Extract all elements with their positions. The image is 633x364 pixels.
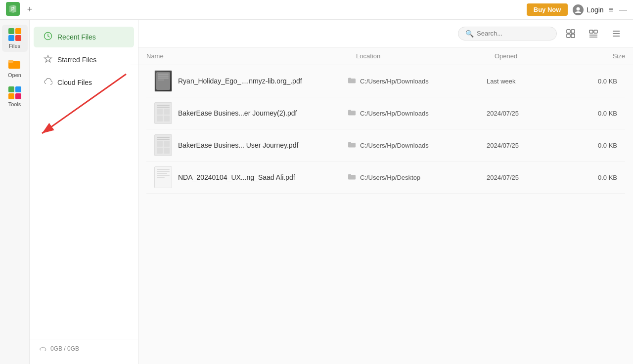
buy-now-button[interactable]: Buy Now — [527, 3, 568, 16]
table-row[interactable]: NDA_20240104_UX...ng_Saad Ali.pdf C:/Use… — [146, 162, 625, 194]
file-list: Ryan_Holiday_Ego_....nmyz-lib.org_.pdf C… — [138, 65, 633, 364]
svg-rect-24 — [348, 142, 351, 144]
nav-item-starred[interactable]: Starred Files — [34, 49, 134, 70]
nav-item-cloud-label: Cloud Files — [57, 79, 92, 86]
tools-icon — [8, 86, 22, 100]
file-opened: 2024/07/25 — [487, 174, 576, 181]
open-icon — [8, 57, 22, 71]
titlebar-window-controls: ≡ — — [609, 5, 627, 14]
login-button[interactable]: Login — [573, 4, 603, 15]
file-name-cell: BakerEase Busines... User Journey.pdf — [154, 134, 348, 156]
starred-icon — [44, 54, 52, 65]
app-logo: P — [6, 2, 20, 18]
list-view-button[interactable] — [585, 26, 602, 41]
table-row[interactable]: Ryan_Holiday_Ego_....nmyz-lib.org_.pdf C… — [146, 65, 625, 97]
header-location: Location — [356, 52, 495, 60]
minimize-icon[interactable]: — — [619, 5, 627, 14]
sidebar-item-tools[interactable]: Tools — [2, 83, 28, 110]
file-thumbnail — [154, 102, 172, 124]
files-icon-label: Files — [9, 43, 20, 49]
user-avatar — [573, 4, 584, 15]
login-label: Login — [587, 6, 603, 14]
recent-icon — [44, 32, 52, 42]
file-name-cell: Ryan_Holiday_Ego_....nmyz-lib.org_.pdf — [154, 70, 348, 92]
file-name: BakerEase Busines... User Journey.pdf — [178, 141, 298, 149]
nav-item-starred-label: Starred Files — [57, 56, 96, 64]
table-row[interactable]: BakerEase Busines... User Journey.pdf C:… — [146, 129, 625, 162]
search-input[interactable] — [477, 30, 549, 37]
file-opened: 2024/07/25 — [487, 142, 576, 149]
svg-rect-22 — [348, 110, 351, 112]
svg-rect-11 — [589, 30, 593, 33]
svg-rect-4 — [8, 60, 13, 63]
header-size: Size — [584, 52, 633, 60]
svg-marker-6 — [45, 55, 52, 62]
nav-item-recent[interactable]: Recent Files — [34, 27, 134, 47]
content-area: 🔍 — [138, 20, 633, 364]
files-icon — [8, 28, 22, 41]
svg-rect-20 — [348, 78, 351, 80]
file-size: 0.0 KB — [576, 174, 625, 181]
file-location: C:/Users/Hp/Downloads — [348, 109, 487, 117]
svg-point-2 — [577, 7, 580, 10]
file-thumbnail — [154, 70, 172, 92]
header-opened: Opened — [495, 52, 584, 60]
folder-icon — [348, 77, 356, 85]
file-size: 0.0 KB — [576, 142, 625, 149]
table-row[interactable]: BakerEase Busines...er Journey(2).pdf C:… — [146, 97, 625, 129]
file-list-header: Name Location Opened Size — [131, 47, 633, 65]
storage-info: 0GB / 0GB — [30, 339, 138, 358]
cloud-icon — [44, 77, 52, 88]
header-name: Name — [146, 52, 356, 60]
folder-icon — [348, 141, 356, 149]
search-icon: 🔍 — [465, 30, 474, 38]
svg-rect-8 — [571, 30, 575, 33]
file-name: NDA_20240104_UX...ng_Saad Ali.pdf — [178, 173, 295, 181]
menu-icon[interactable]: ≡ — [609, 5, 613, 14]
file-location-text: C:/Users/Hp/Desktop — [360, 174, 420, 181]
file-location-text: C:/Users/Hp/Downloads — [360, 110, 429, 117]
file-name-cell: NDA_20240104_UX...ng_Saad Ali.pdf — [154, 166, 348, 188]
file-name: Ryan_Holiday_Ego_....nmyz-lib.org_.pdf — [178, 77, 302, 85]
nav-item-cloud[interactable]: Cloud Files — [34, 72, 134, 93]
svg-rect-10 — [571, 34, 575, 38]
file-opened: 2024/07/25 — [487, 110, 576, 117]
svg-rect-9 — [567, 34, 570, 38]
file-thumbnail — [154, 166, 172, 188]
file-location-text: C:/Users/Hp/Downloads — [360, 78, 429, 85]
content-toolbar: 🔍 — [138, 20, 633, 47]
storage-label: 0GB / 0GB — [50, 345, 79, 352]
file-name: BakerEase Busines...er Journey(2).pdf — [178, 109, 297, 117]
file-size: 0.0 KB — [576, 110, 625, 117]
add-tab-button[interactable]: + — [25, 5, 35, 15]
more-options-button[interactable] — [607, 26, 625, 41]
sidebar-item-open[interactable]: Open — [2, 54, 28, 81]
sidebar-item-files[interactable]: Files — [2, 25, 28, 52]
file-location: C:/Users/Hp/Downloads — [348, 77, 487, 85]
titlebar-left: P + — [6, 2, 35, 18]
nav-sidebar: Recent Files Starred Files Cloud Files 0… — [30, 20, 138, 364]
file-thumbnail — [154, 134, 172, 156]
titlebar: P + Buy Now Login ≡ — — [0, 0, 633, 20]
titlebar-right: Buy Now Login ≡ — — [527, 3, 627, 16]
search-box[interactable]: 🔍 — [458, 27, 557, 40]
svg-rect-26 — [348, 174, 351, 176]
file-name-cell: BakerEase Busines...er Journey(2).pdf — [154, 102, 348, 124]
file-size: 0.0 KB — [576, 78, 625, 85]
file-location-text: C:/Users/Hp/Downloads — [360, 142, 429, 149]
file-opened: Last week — [487, 78, 576, 85]
svg-text:P: P — [11, 6, 15, 12]
tools-icon-label: Tools — [8, 101, 21, 107]
svg-rect-7 — [567, 30, 570, 33]
grid-view-button[interactable] — [562, 26, 580, 41]
main-layout: Files Open Tools — [0, 20, 633, 364]
folder-icon — [348, 173, 356, 181]
icon-sidebar: Files Open Tools — [0, 20, 30, 364]
file-location: C:/Users/Hp/Downloads — [348, 141, 487, 149]
nav-item-recent-label: Recent Files — [57, 33, 96, 41]
svg-rect-12 — [594, 30, 597, 33]
open-icon-label: Open — [8, 72, 21, 78]
file-location: C:/Users/Hp/Desktop — [348, 173, 487, 181]
folder-icon — [348, 109, 356, 117]
